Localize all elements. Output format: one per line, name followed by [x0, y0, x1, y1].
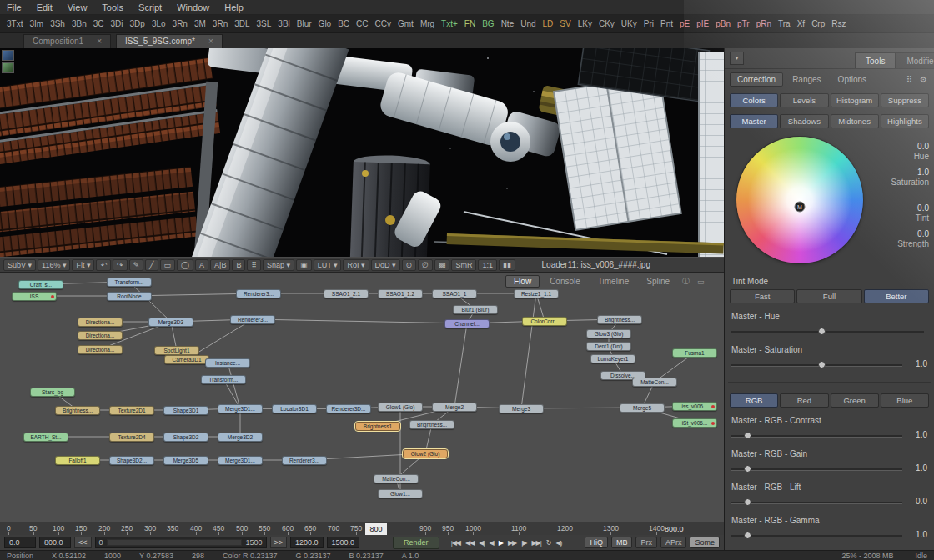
flow-node[interactable]: Merge3D1... — [218, 456, 263, 465]
options-grid-icon[interactable]: ⠿ — [906, 75, 912, 84]
checker-icon[interactable]: ▩ — [434, 259, 450, 271]
flow-node[interactable]: MatteCon... — [374, 474, 419, 483]
flow-node[interactable]: Transform... — [201, 375, 246, 384]
tool-pRn[interactable]: pRn — [753, 19, 775, 28]
flow-node[interactable]: SpotLight1 — [154, 346, 199, 355]
tool-FN[interactable]: FN — [461, 19, 479, 28]
tool-3Txt[interactable]: 3Txt — [3, 19, 26, 28]
tool-Pnt[interactable]: Pnt — [657, 19, 676, 28]
stereo-icon[interactable]: ▮▮ — [499, 259, 515, 271]
snap-menu[interactable]: Snap ▾ — [263, 259, 294, 271]
flow-node[interactable]: Brightness... — [55, 406, 100, 415]
subtab-correction[interactable]: Correction — [730, 72, 783, 87]
color-wheel[interactable]: M — [736, 137, 863, 263]
flow-node[interactable]: Transform... — [107, 278, 152, 287]
flow-node[interactable]: Merge2 — [432, 402, 477, 412]
wheel-marker[interactable]: M — [795, 201, 806, 212]
one-to-one-button[interactable]: 1:1 — [478, 259, 497, 271]
ruler[interactable]: 800 800.0 050100150200250300350400450500… — [0, 522, 724, 536]
flow-node[interactable]: Blur1 (Blur) — [453, 305, 498, 314]
flow-node[interactable]: Shape3D2... — [109, 456, 154, 465]
subtab-ranges[interactable]: Ranges — [785, 72, 828, 87]
flow-node[interactable]: Brightness... — [597, 315, 642, 324]
skip-forward-button[interactable]: >> — [270, 537, 288, 548]
flow-node[interactable]: Renderer3... — [282, 456, 327, 465]
flow-node[interactable]: Resize1_1.1 — [514, 289, 559, 298]
channel-rgb-button[interactable]: RGB — [730, 393, 778, 408]
flow-area[interactable]: FlowConsoleTimelineSplineⓘ▭ Craft_s...Tr… — [0, 272, 724, 522]
step-forward-button[interactable]: |▶ — [521, 539, 526, 547]
tool-BC[interactable]: BC — [334, 19, 353, 28]
tool-UKy[interactable]: UKy — [618, 19, 640, 28]
tint-better-button[interactable]: Better — [864, 289, 929, 303]
quality-aprx[interactable]: APrx — [660, 537, 687, 548]
fast-forward-button[interactable]: ▶▶ — [508, 539, 516, 547]
slider-handle[interactable] — [744, 498, 751, 506]
flow-node[interactable]: Glow1 (Glo) — [378, 402, 423, 412]
tool-pBn[interactable]: pBn — [712, 19, 734, 28]
menu-window[interactable]: Window — [177, 2, 209, 12]
range-highlights-button[interactable]: Highlights — [881, 114, 929, 128]
step-back-button[interactable]: ◀| — [479, 539, 484, 547]
tool-CKy[interactable]: CKy — [595, 19, 618, 28]
gear-icon[interactable]: ⚙ — [920, 75, 927, 84]
tool-Glo[interactable]: Glo — [315, 19, 335, 28]
tool-3C[interactable]: 3C — [90, 19, 108, 28]
render-start-field[interactable]: 800.0 — [39, 537, 71, 548]
tint-full-button[interactable]: Full — [796, 289, 861, 303]
quality-some[interactable]: Some — [690, 537, 720, 548]
flow-node[interactable]: Merge5 — [620, 403, 665, 412]
range-shadows-button[interactable]: Shadows — [780, 114, 828, 128]
rect-icon[interactable]: ▭ — [160, 259, 176, 271]
viewer-layout-icon-1[interactable] — [2, 50, 14, 61]
global-end-field[interactable]: 1500.0 — [327, 537, 360, 548]
tool-3Dp[interactable]: 3Dp — [127, 19, 148, 28]
tool-3Bl[interactable]: 3Bl — [274, 19, 293, 28]
tool-3Bn[interactable]: 3Bn — [68, 19, 90, 28]
flow-node[interactable]: Merge3D5 — [163, 456, 208, 465]
quality-prx[interactable]: Prx — [635, 537, 657, 548]
tool-LKy[interactable]: LKy — [575, 19, 595, 28]
flow-node[interactable]: Locator3D1 — [272, 404, 317, 413]
flow-node[interactable]: MatteCon... — [632, 378, 677, 387]
loop-button[interactable]: ↻ — [546, 539, 551, 547]
playhead[interactable]: 800 — [365, 523, 387, 535]
flow-node[interactable]: Texture2D1 — [109, 406, 154, 415]
flow-node[interactable]: ISS — [12, 292, 57, 301]
tool-Txt[interactable]: Txt+ — [438, 19, 461, 28]
flow-node[interactable]: LumaKeyer1 — [590, 354, 635, 363]
go-start-button[interactable]: |◀◀ — [451, 539, 460, 547]
flow-node[interactable]: Brightness1 — [355, 422, 400, 431]
channel-blue-button[interactable]: Blue — [881, 393, 929, 408]
tool-3Sh[interactable]: 3Sh — [47, 19, 68, 28]
flow-node[interactable]: Directiona... — [78, 345, 123, 354]
mode-histogram-button[interactable]: Histogram — [831, 93, 879, 108]
quality-hiq[interactable]: HiQ — [585, 537, 608, 548]
flow-node[interactable]: Merge3D1... — [218, 404, 263, 413]
tool-BG[interactable]: BG — [479, 19, 497, 28]
flow-node[interactable]: SSAO1_1 — [432, 289, 477, 298]
tool-Crp[interactable]: Crp — [808, 19, 828, 28]
panel-tab-modifier[interactable]: Modifier — [896, 52, 934, 68]
panel-tab-tools[interactable]: Tools — [855, 52, 896, 68]
tool-pTr[interactable]: pTr — [734, 19, 753, 28]
flow-node[interactable]: Channel... — [444, 319, 490, 328]
view-a-button[interactable]: A — [195, 259, 208, 271]
tool-Pri[interactable]: Pri — [640, 19, 657, 28]
menu-file[interactable]: File — [7, 2, 22, 12]
tool-3Lo[interactable]: 3Lo — [148, 19, 169, 28]
controls-grid-icon[interactable]: ⠿ — [247, 259, 261, 271]
menu-tools[interactable]: Tools — [102, 2, 123, 12]
viewer-layout-icon-2[interactable] — [2, 62, 14, 73]
menu-script[interactable]: Script — [138, 2, 162, 12]
dod-menu[interactable]: DoD ▾ — [371, 259, 400, 271]
subtab-options[interactable]: Options — [831, 72, 874, 87]
slider-handle[interactable] — [744, 465, 751, 472]
tool-pIE[interactable]: pIE — [693, 19, 712, 28]
flow-node[interactable]: Merge3D3 — [148, 318, 193, 327]
pen-icon[interactable]: ✎ — [129, 259, 144, 271]
flow-node[interactable]: Fusma1 — [672, 348, 717, 358]
audio-button[interactable]: ◀) — [556, 539, 562, 547]
tool-Gmt[interactable]: Gmt — [394, 19, 417, 28]
flow-node[interactable]: Merge3D2 — [218, 432, 263, 442]
